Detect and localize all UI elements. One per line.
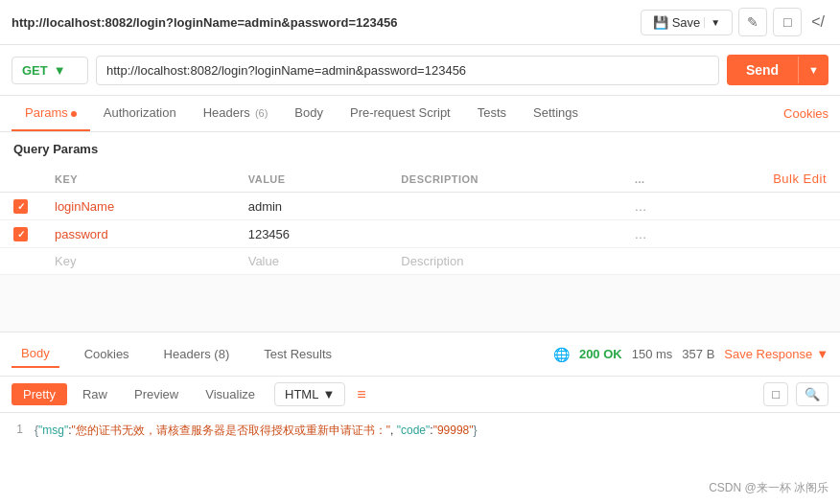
html-select-arrow: ▼ — [322, 387, 335, 401]
row1-checkbox-cell[interactable] — [0, 193, 41, 220]
tab-params-label: Params — [25, 105, 68, 120]
newrow-checkbox-cell — [0, 248, 41, 275]
save-response-arrow-icon: ▼ — [816, 347, 828, 361]
col-more: … — [620, 166, 660, 193]
tab-prerequest[interactable]: Pre-request Script — [337, 96, 464, 131]
newrow-extra — [660, 248, 840, 275]
line-num-1: 1 — [0, 423, 35, 436]
code-content-1: {"msg":"您的证书无效，请核查服务器是否取得授权或重新申请证书：", "c… — [35, 423, 478, 439]
request-bar: GET ▼ Send ▼ — [0, 45, 840, 96]
row2-key[interactable]: password — [41, 220, 235, 248]
response-time: 150 ms — [632, 347, 673, 361]
tab-body[interactable]: Body — [281, 96, 337, 131]
copy-response-button[interactable]: □ — [763, 382, 788, 406]
send-button[interactable]: Send — [727, 55, 798, 85]
html-format-label: HTML — [285, 387, 318, 401]
tab-tests-label: Tests — [478, 105, 506, 120]
tab-headers-label: Headers — [203, 105, 250, 120]
tab-settings-label: Settings — [533, 105, 578, 120]
tab-settings[interactable]: Settings — [520, 96, 592, 131]
col-bulk-edit[interactable]: Bulk Edit — [660, 166, 840, 193]
globe-icon: 🌐 — [553, 347, 570, 362]
row2-desc[interactable] — [387, 220, 620, 248]
response-bar: Body Cookies Headers (8) Test Results 🌐 … — [0, 332, 840, 377]
save-icon: 💾 — [653, 15, 668, 30]
row1-checkbox[interactable] — [13, 199, 28, 214]
row2-checkbox[interactable] — [13, 227, 28, 241]
tab-tests[interactable]: Tests — [464, 96, 520, 131]
tab-headers[interactable]: Headers (6) — [190, 96, 282, 131]
method-dropdown-icon: ▼ — [54, 63, 66, 78]
response-tab-body[interactable]: Body — [12, 340, 59, 368]
method-label: GET — [22, 63, 48, 78]
headers-badge: (6) — [252, 107, 268, 119]
row1-desc[interactable] — [387, 193, 620, 220]
code-area: 1 {"msg":"您的证书无效，请核查服务器是否取得授权或重新申请证书：", … — [0, 413, 840, 448]
status-code: 200 OK — [579, 347, 622, 361]
newrow-desc[interactable]: Description — [387, 248, 620, 275]
tab-authorization[interactable]: Authorization — [90, 96, 190, 131]
newrow-value[interactable]: Value — [235, 248, 388, 275]
wrap-icon[interactable]: ≡ — [357, 386, 365, 403]
more-button[interactable]: </ — [807, 13, 828, 31]
method-select[interactable]: GET ▼ — [12, 57, 88, 84]
params-spacer — [0, 275, 840, 332]
newrow-more — [620, 248, 660, 275]
top-bar-url: http://localhost:8082/login?loginName=ad… — [12, 15, 641, 30]
table-row: loginName admin … — [0, 193, 840, 220]
save-button[interactable]: 💾 Save ▼ — [641, 10, 734, 35]
response-tab-cookies[interactable]: Cookies — [75, 341, 139, 367]
col-value: VALUE — [235, 166, 388, 193]
fmt-pretty[interactable]: Pretty — [12, 383, 67, 405]
copy-icon-button[interactable]: □ — [773, 8, 802, 36]
col-description: DESCRIPTION — [387, 166, 620, 193]
tab-params[interactable]: Params — [12, 96, 90, 131]
tab-prerequest-label: Pre-request Script — [350, 105, 451, 120]
edit-icon-button[interactable]: ✎ — [738, 8, 767, 36]
top-bar-actions: 💾 Save ▼ ✎ □ </ — [641, 8, 828, 36]
send-dropdown-button[interactable]: ▼ — [798, 57, 828, 83]
tab-body-label: Body — [294, 105, 323, 120]
row1-extra — [660, 193, 840, 220]
newrow-key[interactable]: Key — [41, 248, 235, 275]
fmt-preview[interactable]: Preview — [123, 383, 190, 405]
row2-value[interactable]: 123456 — [235, 220, 388, 248]
html-format-select[interactable]: HTML ▼ — [274, 382, 345, 406]
params-dot — [71, 111, 77, 117]
params-table: KEY VALUE DESCRIPTION … Bulk Edit loginN… — [0, 166, 840, 275]
row1-value[interactable]: admin — [235, 193, 388, 220]
response-tab-test-results[interactable]: Test Results — [254, 341, 341, 367]
url-input[interactable] — [96, 56, 719, 85]
col-checkbox — [0, 166, 41, 193]
send-button-group: Send ▼ — [727, 55, 828, 85]
table-row-new: Key Value Description — [0, 248, 840, 275]
save-response-label: Save Response — [724, 347, 812, 361]
row2-more[interactable]: … — [620, 220, 660, 248]
search-response-button[interactable]: 🔍 — [796, 382, 828, 406]
fmt-visualize[interactable]: Visualize — [194, 383, 267, 405]
cookies-link[interactable]: Cookies — [783, 106, 828, 121]
row1-more[interactable]: … — [620, 193, 660, 220]
save-response-button[interactable]: Save Response ▼ — [724, 347, 828, 361]
fmt-raw[interactable]: Raw — [71, 383, 119, 405]
query-params-title: Query Params — [0, 132, 840, 166]
row2-checkbox-cell[interactable] — [0, 220, 41, 248]
code-line-1: 1 {"msg":"您的证书无效，请核查服务器是否取得授权或重新申请证书：", … — [0, 423, 840, 439]
table-row: password 123456 … — [0, 220, 840, 248]
row2-extra — [660, 220, 840, 248]
response-status-area: 🌐 200 OK 150 ms 357 B Save Response ▼ — [553, 347, 828, 362]
row1-key[interactable]: loginName — [41, 193, 235, 220]
tabs-bar: Params Authorization Headers (6) Body Pr… — [0, 96, 840, 132]
tab-authorization-label: Authorization — [104, 105, 176, 120]
format-bar: Pretty Raw Preview Visualize HTML ▼ ≡ □ … — [0, 377, 840, 413]
response-action-icons: □ 🔍 — [763, 382, 828, 406]
bulk-edit-label[interactable]: Bulk Edit — [773, 172, 827, 186]
save-label: Save — [672, 15, 701, 30]
response-size: 357 B — [682, 347, 714, 361]
response-tab-headers[interactable]: Headers (8) — [154, 341, 240, 367]
top-bar: http://localhost:8082/login?loginName=ad… — [0, 0, 840, 45]
col-key: KEY — [41, 166, 235, 193]
save-dropdown-arrow[interactable]: ▼ — [704, 17, 720, 28]
